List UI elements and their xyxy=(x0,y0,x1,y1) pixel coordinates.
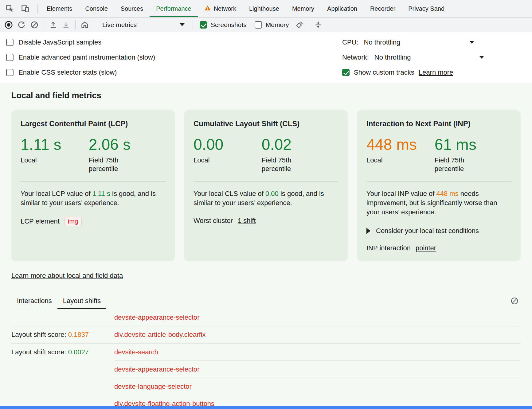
capture-settings: Disable JavaScript samples Enable advanc… xyxy=(0,32,532,83)
advanced-paint-checkbox[interactable]: Enable advanced paint instrumentation (s… xyxy=(6,50,342,65)
tabbar-icon-group xyxy=(0,0,35,17)
tab-elements[interactable]: Elements xyxy=(40,0,79,17)
inp-card-title: Interaction to Next Paint (INP) xyxy=(366,119,511,128)
tab-label: Recorder xyxy=(370,5,395,12)
local-test-conditions-expander[interactable]: Consider your local test conditions xyxy=(366,227,511,235)
screenshots-checkbox[interactable]: Screenshots xyxy=(196,21,250,29)
chevron-down-icon xyxy=(180,23,185,26)
worst-cluster-label: Worst cluster xyxy=(194,217,233,225)
reload-record-button[interactable] xyxy=(15,19,28,31)
learn-more-link[interactable]: Learn more xyxy=(419,68,453,76)
lcp-desc-value: 1.11 s xyxy=(92,190,110,197)
save-profile-button[interactable] xyxy=(60,19,72,31)
cls-card-title: Cumulative Layout Shift (CLS) xyxy=(194,119,338,128)
home-icon[interactable] xyxy=(79,19,91,31)
chevron-down-icon xyxy=(469,41,474,44)
tab-label: Sources xyxy=(121,5,143,12)
triangle-right-icon xyxy=(366,228,370,234)
divider xyxy=(37,4,38,13)
css-selector-stats-label: Enable CSS selector stats (slow) xyxy=(18,68,117,76)
inp-local-value: 448 ms xyxy=(366,137,435,153)
layout-shift-score: 0.1837 xyxy=(68,331,89,338)
inspect-element-icon[interactable] xyxy=(4,2,16,15)
cls-local-value: 0.00 xyxy=(194,137,262,153)
custom-tracks-row: Show custom tracks Learn more xyxy=(342,65,532,80)
tab-application[interactable]: Application xyxy=(321,0,364,17)
lcp-element-link[interactable]: img xyxy=(65,217,82,226)
field-label: Field 75th percentile xyxy=(435,156,478,173)
cpu-throttling-select[interactable]: CPU: No throttling xyxy=(342,35,474,50)
tab-performance[interactable]: Performance xyxy=(150,0,198,17)
element-link[interactable]: div.devsite-article-body.clearfix xyxy=(114,331,206,339)
cls-values: 0.00 Local 0.02 Field 75th percentile xyxy=(194,137,338,173)
lcp-values: 1.11 s Local 2.06 s Field 75th percentil… xyxy=(21,137,166,173)
live-metrics-select[interactable]: Live metrics xyxy=(97,21,190,29)
section-heading: Local and field metrics xyxy=(11,91,521,100)
tab-lighthouse[interactable]: Lighthouse xyxy=(243,0,286,17)
worst-cluster-link[interactable]: 1 shift xyxy=(238,217,256,225)
lcp-card-title: Largest Contentful Paint (LCP) xyxy=(21,119,166,128)
divider xyxy=(44,20,44,29)
bottom-page-strip xyxy=(0,406,532,409)
layout-shift-row: devsite-appearance-selector xyxy=(11,361,521,378)
device-toolbar-icon[interactable] xyxy=(19,2,31,15)
live-metrics-select-value: Live metrics xyxy=(102,21,137,29)
inp-interaction-link[interactable]: pointer xyxy=(416,244,436,252)
field-label: Field 75th percentile xyxy=(262,156,305,173)
divider xyxy=(21,181,166,182)
cls-description: Your local CLS value of 0.00 is good, an… xyxy=(194,189,338,208)
clear-button[interactable] xyxy=(28,19,41,31)
tab-memory[interactable]: Memory xyxy=(286,0,321,17)
metric-cards: Largest Contentful Paint (LCP) 1.11 s Lo… xyxy=(11,110,521,261)
expander-label: Consider your local test conditions xyxy=(376,227,479,235)
devtools-tabbar: Elements Console Sources Performance Net… xyxy=(0,0,532,18)
tab-network[interactable]: Network xyxy=(198,0,243,17)
garbage-collect-broom-icon[interactable] xyxy=(293,19,306,31)
tab-label: Lighthouse xyxy=(249,5,279,12)
network-label: Network: xyxy=(342,53,369,61)
tab-sources[interactable]: Sources xyxy=(114,0,150,17)
inp-description: Your local INP value of 448 ms needs imp… xyxy=(366,189,511,217)
score-cell: Layout shift score: 0.0027 xyxy=(11,348,114,356)
inp-field-value: 61 ms xyxy=(435,137,503,153)
element-link[interactable]: devsite-search xyxy=(114,348,158,356)
layout-shift-score: 0.0027 xyxy=(68,348,89,356)
tab-label: Memory xyxy=(292,5,314,12)
local-label: Local xyxy=(194,156,237,165)
element-link[interactable]: devsite-appearance-selector xyxy=(114,314,200,321)
collapse-icon[interactable] xyxy=(312,19,324,31)
checkbox-unchecked-icon xyxy=(6,69,14,76)
load-profile-button[interactable] xyxy=(47,19,59,31)
tab-layout-shifts[interactable]: Layout shifts xyxy=(57,293,107,309)
inp-footer: INP interaction pointer xyxy=(366,244,511,252)
inp-card: Interaction to Next Paint (INP) 448 ms L… xyxy=(357,110,521,261)
cpu-label: CPU: xyxy=(342,38,358,46)
cls-footer: Worst cluster 1 shift xyxy=(194,217,338,225)
checkbox-unchecked-icon xyxy=(6,39,14,46)
tab-label: Privacy Sand xyxy=(408,5,444,12)
field-data-learn-more-link[interactable]: Learn more about local and field data xyxy=(11,272,123,280)
lcp-description: Your local LCP value of 1.11 s is good, … xyxy=(21,189,166,208)
tab-interactions[interactable]: Interactions xyxy=(11,293,57,309)
tab-label: Elements xyxy=(47,5,72,12)
divider xyxy=(193,20,193,29)
local-label: Local xyxy=(21,156,64,165)
disable-js-samples-checkbox[interactable]: Disable JavaScript samples xyxy=(6,35,342,50)
divider xyxy=(75,20,76,29)
network-throttling-select[interactable]: Network: No throttling xyxy=(342,50,484,65)
advanced-paint-label: Enable advanced paint instrumentation (s… xyxy=(18,53,155,61)
tab-recorder[interactable]: Recorder xyxy=(364,0,402,17)
checkbox-unchecked-icon xyxy=(6,54,14,61)
clear-log-icon[interactable] xyxy=(508,295,521,307)
logs-tab-strip: Interactions Layout shifts xyxy=(11,293,521,309)
memory-checkbox[interactable]: Memory xyxy=(251,21,293,29)
tab-privacy-sandbox[interactable]: Privacy Sand xyxy=(402,0,451,17)
custom-tracks-checkbox[interactable] xyxy=(342,69,350,76)
tab-console[interactable]: Console xyxy=(79,0,114,17)
element-link[interactable]: devsite-appearance-selector xyxy=(114,365,200,373)
divider xyxy=(194,181,338,182)
chevron-down-icon xyxy=(479,56,484,59)
css-selector-stats-checkbox[interactable]: Enable CSS selector stats (slow) xyxy=(6,65,342,80)
record-button[interactable] xyxy=(2,19,15,31)
element-link[interactable]: devsite-language-selector xyxy=(114,383,192,391)
